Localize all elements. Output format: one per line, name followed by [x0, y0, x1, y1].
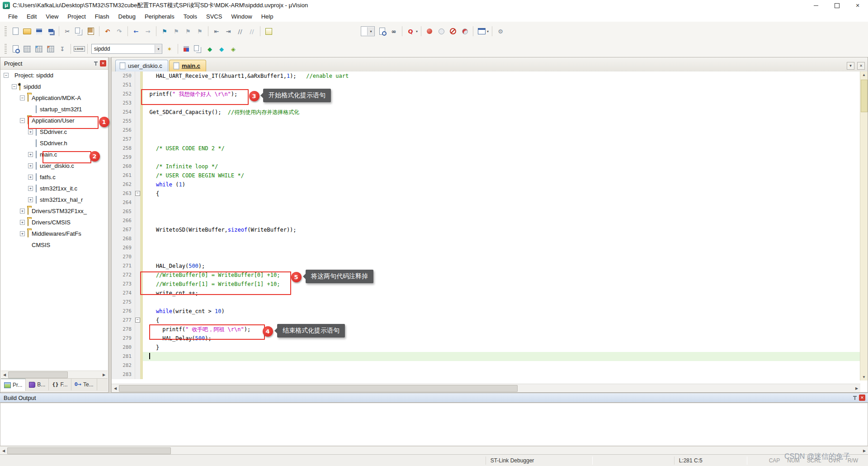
panel-tab-pr[interactable]: Pr...	[1, 379, 26, 391]
close-document-icon[interactable]: ✕	[857, 62, 865, 70]
manage-components-icon[interactable]	[181, 43, 192, 54]
fold-collapse-icon[interactable]: −	[135, 191, 140, 196]
breakpoint-insert-icon[interactable]	[424, 26, 435, 37]
tree-item-main-c[interactable]: +main.c	[1, 149, 108, 160]
new-file-icon[interactable]	[10, 26, 21, 37]
save-all-icon[interactable]	[45, 26, 56, 37]
scroll-right-icon[interactable]: ▶	[853, 385, 860, 392]
scrollbar-thumb[interactable]	[119, 385, 518, 392]
tree-item-drivers-cmsis[interactable]: +Drivers/CMSIS	[1, 217, 108, 228]
translate-icon[interactable]	[10, 43, 21, 54]
expand-icon[interactable]: +	[28, 186, 33, 191]
tree-item-sddriver-c[interactable]: +SDdriver.c	[1, 126, 108, 138]
configure-icon[interactable]: ⚙	[495, 26, 506, 37]
project-tree-hscrollbar[interactable]: ◀ ▶	[1, 371, 108, 379]
close-button[interactable]: ✕	[847, 0, 868, 11]
expand-icon[interactable]: +	[28, 197, 33, 202]
expand-icon[interactable]: +	[20, 231, 25, 236]
breakpoint-enable-icon[interactable]	[436, 26, 447, 37]
scroll-up-icon[interactable]: ▲	[860, 71, 868, 78]
scroll-left-icon[interactable]: ◀	[112, 385, 119, 392]
load-icon[interactable]	[74, 43, 85, 54]
find-icon[interactable]: ∞	[388, 26, 399, 37]
tree-item-sipddd[interactable]: −sipddd	[1, 81, 108, 92]
expand-icon[interactable]: +	[28, 129, 33, 134]
navigate-forward-icon[interactable]: →	[142, 26, 153, 37]
build-output-body[interactable]	[0, 403, 868, 446]
toolbar-grip[interactable]	[5, 44, 7, 54]
insert-template-icon[interactable]	[263, 26, 274, 37]
collapse-icon[interactable]: −	[20, 95, 25, 100]
expand-icon[interactable]: +	[20, 209, 25, 214]
incremental-find-icon[interactable]: Q	[405, 26, 416, 37]
batch-setup-icon[interactable]: ◈	[228, 43, 239, 54]
tree-item-user-diskio-c[interactable]: +user_diskio.c	[1, 160, 108, 171]
menu-project[interactable]: Project	[63, 12, 90, 21]
menu-edit[interactable]: Edit	[22, 12, 41, 21]
panel-tab-b[interactable]: B...	[26, 379, 49, 390]
books-icon[interactable]	[193, 43, 203, 54]
uncomment-selection-icon[interactable]: //	[246, 26, 257, 37]
collapse-icon[interactable]: −	[20, 118, 25, 123]
options-for-target-icon[interactable]: ✶	[164, 43, 175, 54]
build-output-close-icon[interactable]: ✕	[859, 395, 865, 401]
download-icon[interactable]: ↧	[57, 43, 68, 54]
collapse-icon[interactable]: −	[12, 84, 17, 89]
pin-icon[interactable]	[853, 395, 858, 401]
scroll-down-icon[interactable]: ▼	[860, 374, 868, 380]
scroll-right-icon[interactable]: ▶	[100, 371, 108, 378]
maximize-button[interactable]	[826, 0, 847, 11]
tree-item-cmsis[interactable]: −CMSIS	[1, 239, 108, 251]
cut-icon[interactable]: ✂	[62, 26, 73, 37]
panel-tab-te[interactable]: 0→Te...	[71, 379, 97, 390]
bookmark-toggle-icon[interactable]: ⚑	[159, 26, 170, 37]
collapse-icon[interactable]: −	[4, 73, 9, 78]
tree-item-stm32f1xx-hal-r[interactable]: +stm32f1xx_hal_r	[1, 194, 108, 205]
copy-icon[interactable]	[74, 26, 85, 37]
manage-rte-icon[interactable]: ◆	[204, 43, 215, 54]
save-icon[interactable]	[33, 26, 44, 37]
code-editor[interactable]: 250 HAL_UART_Receive_IT(&huart1,&aRxBuff…	[112, 71, 860, 380]
find-in-files-icon[interactable]	[377, 26, 387, 37]
software-packs-icon[interactable]: ◆	[216, 43, 227, 54]
indent-right-icon[interactable]: ⇥	[223, 26, 234, 37]
indent-left-icon[interactable]: ⇤	[211, 26, 222, 37]
pin-icon[interactable]	[94, 61, 99, 67]
rebuild-icon[interactable]	[33, 43, 44, 54]
fold-collapse-icon[interactable]: −	[135, 318, 140, 323]
minimize-button[interactable]	[806, 0, 826, 11]
batch-build-icon[interactable]	[45, 43, 56, 54]
tree-item-application-mdk-a[interactable]: −Application/MDK-A	[1, 92, 108, 104]
expand-icon[interactable]: +	[20, 220, 25, 225]
expand-icon[interactable]: +	[28, 163, 33, 168]
tab-list-dropdown-icon[interactable]: ▼	[847, 62, 854, 70]
build-output-hscrollbar[interactable]: ◀ ▶	[0, 446, 868, 455]
menu-help[interactable]: Help	[257, 12, 278, 21]
bookmark-clear-icon[interactable]: ⚑	[194, 26, 205, 37]
window-layout-icon[interactable]	[476, 26, 487, 37]
scrollbar-thumb[interactable]	[8, 371, 68, 378]
menu-view[interactable]: View	[41, 12, 63, 21]
bookmark-next-icon[interactable]: ⚑	[183, 26, 193, 37]
toolbar-grip[interactable]	[5, 26, 7, 36]
scroll-left-icon[interactable]: ◀	[0, 447, 7, 454]
expand-icon[interactable]: +	[28, 152, 33, 157]
bookmark-prev-icon[interactable]: ⚑	[171, 26, 182, 37]
redo-icon[interactable]: ↷	[114, 26, 125, 37]
navigate-back-icon[interactable]: ←	[131, 26, 142, 37]
expand-icon[interactable]: +	[28, 175, 33, 180]
chevron-down-icon[interactable]: ▾	[487, 29, 489, 33]
tree-item-startup-stm32f1[interactable]: −startup_stm32f1	[1, 104, 108, 115]
find-text-combobox[interactable]: ▾	[361, 26, 375, 36]
undo-icon[interactable]: ↶	[102, 26, 113, 37]
breakpoint-kill-icon[interactable]	[448, 26, 458, 37]
tree-item-drivers-stm32f1xx-[interactable]: +Drivers/STM32F1xx_	[1, 205, 108, 217]
editor-vscrollbar[interactable]: ▲ ▼	[860, 71, 868, 380]
chevron-down-icon[interactable]: ▾	[367, 27, 374, 35]
menu-peripherals[interactable]: Peripherals	[140, 12, 179, 21]
editor-tab-main-c[interactable]: main.c	[169, 60, 206, 71]
editor-hscrollbar[interactable]: ◀ ▶	[112, 384, 860, 392]
tree-item-fatfs-c[interactable]: +fatfs.c	[1, 171, 108, 183]
tree-item-project-sipddd[interactable]: −Project: sipddd	[1, 70, 108, 81]
scroll-right-icon[interactable]: ▶	[861, 447, 868, 454]
